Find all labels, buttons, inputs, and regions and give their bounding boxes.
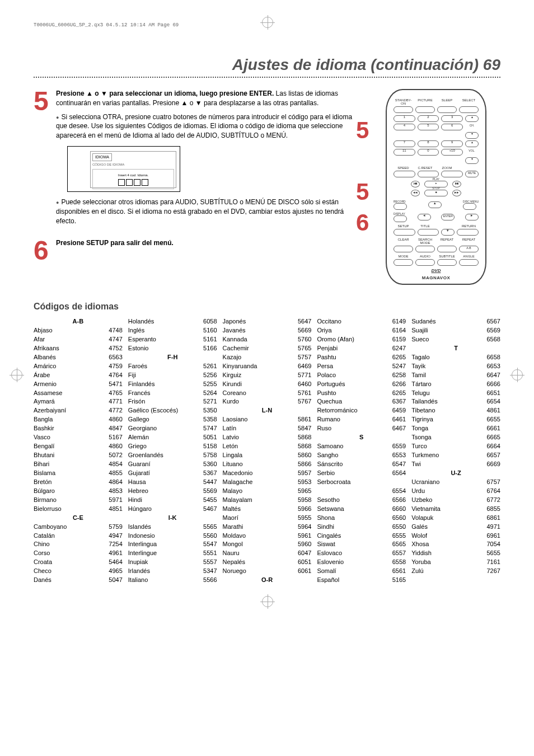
code-row: Tigrinya6655 — [411, 415, 500, 424]
code-lang: Tailandés — [411, 397, 483, 406]
code-lang: Afar — [34, 335, 105, 344]
code-lang: Indonesio — [128, 532, 200, 541]
code-row: Bangla4860 — [34, 415, 123, 424]
step5-bullet2-text: Puede seleccionar otros idiomas para AUD… — [56, 198, 344, 225]
code-num: 6565 — [389, 540, 406, 549]
code-row: Gujaratí5367 — [128, 469, 217, 478]
code-num: 5464 — [105, 558, 122, 567]
code-num: 6159 — [389, 335, 406, 344]
code-row: Lingala5860 — [223, 451, 312, 460]
code-row: Búlgaro4853 — [34, 487, 123, 496]
code-lang: Occitano — [317, 317, 388, 326]
code-num: 6149 — [389, 317, 406, 326]
remote-label-zoom: ZOOM — [437, 166, 457, 170]
code-num: 5757 — [294, 353, 311, 362]
code-lang: Polaco — [317, 371, 388, 380]
remote-label-vol: VOL. — [465, 149, 479, 156]
code-row: Abjaso4748 — [34, 326, 123, 335]
code-num: 6561 — [389, 567, 406, 576]
code-lang: Sánscrito — [317, 460, 388, 469]
code-row: Oromo (Afan)6159 — [317, 335, 406, 344]
code-row: Kirguiz5771 — [223, 371, 312, 380]
code-lang: Tibetano — [411, 406, 483, 415]
code-lang: Bangla — [34, 415, 105, 424]
code-lang: Pushto — [317, 389, 388, 398]
remote-label-audio: AUDIO — [415, 255, 435, 258]
code-lang: Tártaro — [411, 380, 483, 389]
code-num: 5868 — [294, 442, 311, 451]
remote-btn-ab: A-B — [459, 246, 479, 252]
code-row: Bengalí4860 — [34, 442, 123, 451]
code-lang: Portugués — [317, 380, 388, 389]
code-lang: Cachemir — [223, 344, 294, 353]
remote-label-subtitle: SUBTITLE — [437, 255, 457, 258]
code-lang: Malayo — [223, 487, 294, 496]
code-lang: Lituano — [223, 460, 294, 469]
remote-btn-7: 7 — [394, 140, 415, 147]
code-lang: Tayik — [411, 362, 483, 371]
remote-column: 5 5 6 STANDBY-ON PICTURE SLEEP SELECT 1 … — [372, 89, 500, 285]
code-num: 6367 — [389, 397, 406, 406]
remote-btn-6: 6 — [441, 124, 463, 130]
code-num: 5551 — [200, 549, 217, 558]
language-codes-table: A-BAbjaso4748Afar4747Afrikaans4752Albané… — [34, 317, 500, 585]
code-group-head: C-E — [34, 514, 123, 523]
remote-label-repeat2: REPEAT — [459, 238, 479, 245]
code-lang: Oriya — [317, 326, 388, 335]
code-num: 5961 — [294, 532, 311, 541]
code-lang: Aymará — [34, 397, 105, 406]
code-lang: Serbocroata — [317, 478, 402, 487]
code-row: Bashkir4847 — [34, 424, 123, 433]
code-lang: Turkmeno — [411, 451, 483, 460]
code-lang: Bihari — [34, 460, 105, 469]
code-group-head: O-R — [223, 576, 312, 585]
code-num: 6553 — [389, 451, 406, 460]
code-row: Croata5464 — [34, 558, 123, 567]
code-lang: Húngaro — [128, 505, 200, 514]
code-row: Malayo5965 — [223, 487, 312, 496]
code-row: Albanés6563 — [34, 353, 123, 362]
remote-dvd-logo: DVD — [394, 268, 479, 273]
code-row: Tamil6647 — [411, 371, 500, 380]
code-lang: Kirguiz — [223, 371, 294, 380]
code-num: 4752 — [105, 344, 122, 353]
code-row: Fiji5256 — [128, 371, 217, 380]
remote-label-disc-menu: DISC MENU — [463, 200, 479, 203]
code-num: 4748 — [105, 326, 122, 335]
code-lang: Hausa — [128, 478, 200, 487]
codes-section-title: Códigos de idiomas — [34, 302, 500, 312]
code-row: Kannada5760 — [223, 335, 312, 344]
code-lang: Camboyano — [34, 523, 105, 532]
code-num: 6566 — [389, 496, 406, 505]
code-row: Sudanés6567 — [411, 317, 500, 326]
code-row: Suajili6569 — [411, 326, 500, 335]
remote-label-clear: CLEAR — [394, 238, 413, 245]
code-row: Tonga6661 — [411, 424, 500, 433]
code-num: 6961 — [484, 532, 500, 541]
remote-btn-down: ▾ — [441, 229, 455, 236]
code-num — [402, 478, 406, 487]
remote-btn-ch-up: ▴ — [465, 115, 479, 122]
code-lang: Hindi — [128, 496, 200, 505]
code-row: Amárico4759 — [34, 362, 123, 371]
code-num: 4765 — [105, 389, 122, 398]
remote-label-record: RECORD — [394, 200, 406, 203]
code-num: 6757 — [484, 478, 500, 487]
code-lang: Catalán — [34, 532, 105, 541]
code-lang: Sueco — [411, 335, 483, 344]
code-num: 5350 — [200, 406, 217, 415]
remote-label-setup: SETUP — [394, 224, 413, 228]
code-row: Indonesio5560 — [128, 532, 217, 541]
code-row: Finlandés5255 — [128, 380, 217, 389]
remote-btn-rew: ◂◂ — [411, 190, 420, 196]
registration-mark-bottom — [262, 596, 273, 607]
code-row: Bhutani5072 — [34, 451, 123, 460]
remote-btn-8: 8 — [418, 140, 439, 147]
code-row: Laosiano5861 — [223, 415, 312, 424]
code-lang: Árabe — [34, 371, 105, 380]
step-6-body: Presione SETUP para salir del menú. — [56, 238, 360, 262]
remote-btn-0: 0 — [418, 149, 439, 156]
code-lang: Birmano — [34, 496, 105, 505]
code-lang: Marathi — [223, 523, 294, 532]
code-lang: Moldavo — [223, 532, 294, 541]
